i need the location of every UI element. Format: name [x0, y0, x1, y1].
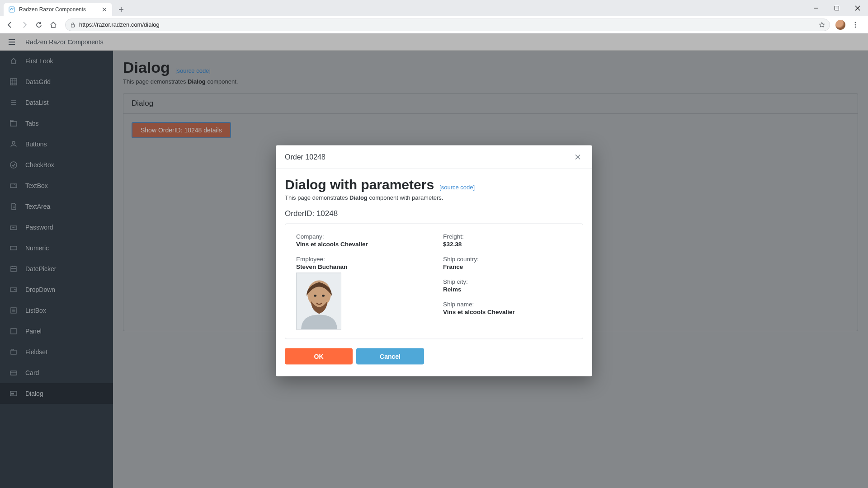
browser-menu-button[interactable] — [849, 19, 862, 31]
address-bar[interactable]: https://razor.radzen.com/dialog — [65, 19, 830, 31]
dialog-order-id: OrderID: 10248 — [285, 209, 583, 218]
svg-rect-2 — [71, 24, 75, 27]
dialog-subtitle-bold: Dialog — [349, 194, 368, 201]
home-button[interactable] — [47, 19, 60, 31]
lock-icon — [70, 22, 75, 28]
employee-label: Employee: — [296, 256, 425, 263]
browser-tab[interactable]: Radzen Razor Components — [4, 3, 112, 16]
svg-point-4 — [855, 24, 856, 25]
tab-strip: Radzen Razor Components — [0, 0, 868, 16]
svg-point-27 — [322, 295, 325, 296]
ship-country-value: France — [443, 263, 572, 270]
back-button[interactable] — [4, 19, 16, 31]
ship-name-label: Ship name: — [443, 301, 572, 308]
browser-chrome: Radzen Razor Components https://razor.ra… — [0, 0, 868, 33]
company-value: Vins et alcools Chevalier — [296, 241, 425, 248]
dialog-subtitle: This page demonstrates Dialog component … — [285, 194, 583, 201]
app-area: Radzen Razor Components First LookDataGr… — [0, 33, 868, 488]
reload-button[interactable] — [33, 19, 45, 31]
employee-value: Steven Buchanan — [296, 263, 425, 270]
freight-value: $32.38 — [443, 241, 572, 248]
ship-city-value: Reims — [443, 286, 572, 293]
ship-name-value: Vins et alcools Chevalier — [443, 309, 572, 315]
window-minimize-button[interactable] — [806, 1, 826, 15]
bookmark-icon[interactable] — [819, 22, 825, 28]
ship-country-label: Ship country: — [443, 256, 572, 263]
dialog-close-icon[interactable] — [572, 151, 583, 162]
window-close-button[interactable] — [847, 1, 868, 15]
dialog-heading: Dialog with parameters — [285, 177, 434, 192]
browser-toolbar: https://razor.radzen.com/dialog — [0, 16, 868, 33]
svg-rect-1 — [835, 6, 839, 10]
order-card-left: Company: Vins et alcools Chevalier Emplo… — [296, 233, 425, 330]
order-card: Company: Vins et alcools Chevalier Emplo… — [285, 224, 583, 339]
svg-point-26 — [314, 295, 316, 296]
order-card-right: Freight: $32.38 Ship country: France Shi… — [443, 233, 572, 330]
freight-label: Freight: — [443, 233, 572, 240]
tab-title: Radzen Razor Components — [19, 6, 98, 13]
window-controls — [806, 0, 868, 16]
employee-photo — [296, 273, 341, 330]
ship-city-label: Ship city: — [443, 278, 572, 285]
dialog-source-code-link[interactable]: [source code] — [439, 184, 475, 191]
forward-button[interactable] — [18, 19, 31, 31]
svg-rect-0 — [9, 7, 14, 12]
profile-avatar[interactable] — [835, 20, 845, 30]
svg-point-3 — [855, 22, 856, 23]
company-label: Company: — [296, 233, 425, 240]
tab-close-icon[interactable] — [101, 6, 108, 13]
favicon-icon — [8, 6, 15, 13]
cancel-button[interactable]: Cancel — [356, 348, 424, 365]
dialog-subtitle-pre: This page demonstrates — [285, 194, 349, 201]
new-tab-button[interactable] — [115, 3, 127, 16]
ok-button[interactable]: OK — [285, 348, 353, 365]
window-maximize-button[interactable] — [826, 1, 847, 15]
dialog-subtitle-post: component with parameters. — [368, 194, 443, 201]
dialog-title: Order 10248 — [285, 153, 326, 161]
url-text: https://razor.radzen.com/dialog — [79, 21, 815, 28]
dialog: Order 10248 Dialog with parameters [sour… — [276, 145, 592, 376]
svg-point-5 — [855, 26, 856, 28]
dialog-titlebar: Order 10248 — [276, 145, 592, 169]
dialog-actions: OK Cancel — [285, 348, 583, 365]
